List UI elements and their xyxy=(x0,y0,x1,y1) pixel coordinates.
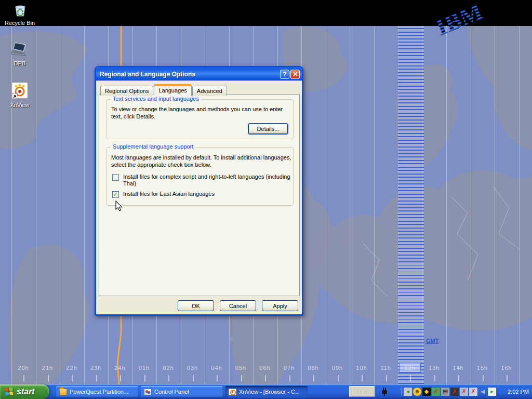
groupbox-text: To view or change the languages and meth… xyxy=(111,105,292,120)
taskbar-item-label: PowerQuest Partition... xyxy=(70,389,128,395)
help-button[interactable]: ? xyxy=(280,70,289,79)
tick-mark xyxy=(410,375,411,381)
hour-label: 14h xyxy=(447,365,469,371)
warning-diamond-icon[interactable]: ◆ xyxy=(422,388,431,396)
taskbar: start PowerQuest Partition...Control Pan… xyxy=(0,384,532,399)
timezone-gridline xyxy=(374,26,375,384)
tick-mark xyxy=(168,375,169,381)
tick-mark xyxy=(313,375,314,381)
print-spooler-icon[interactable]: ▤ xyxy=(441,388,449,396)
taskbar-clock[interactable]: 2:02 PM xyxy=(508,384,529,399)
video-disabled-icon[interactable]: ✗ xyxy=(450,388,459,396)
apply-button[interactable]: Apply xyxy=(262,300,298,311)
desktop-icon-label: Recycle Bin xyxy=(0,20,39,26)
details-button[interactable]: Details... xyxy=(248,124,288,134)
tick-mark xyxy=(48,375,49,381)
tick-mark xyxy=(120,375,121,381)
hour-label: 07h xyxy=(278,365,300,371)
start-label: start xyxy=(17,387,35,396)
dialog-titlebar[interactable]: Regional and Language Options ? xyxy=(96,68,302,81)
close-button[interactable] xyxy=(290,70,300,79)
tick-mark xyxy=(217,375,218,381)
tick-mark xyxy=(193,375,194,381)
hour-label: 12h xyxy=(399,363,421,373)
tab-languages[interactable]: Languages xyxy=(154,84,191,96)
laptop-icon xyxy=(10,42,30,58)
desktop-icon-dpb[interactable]: DPB xyxy=(0,42,39,66)
hour-label: 13h xyxy=(423,365,445,371)
checkbox-row: Install files for complex script and rig… xyxy=(112,174,297,187)
timezone-gridline xyxy=(471,26,471,384)
ok-button[interactable]: OK xyxy=(178,300,214,311)
languages-tab-panel: Text services and input languages To vie… xyxy=(99,94,300,296)
tick-mark xyxy=(434,375,435,381)
network-offline-icon[interactable]: ✗ xyxy=(460,388,468,396)
timezone-gridline xyxy=(446,26,447,384)
supplemental-language-groupbox: Supplemental language support Most langu… xyxy=(106,147,294,206)
hour-label: 16h xyxy=(496,365,517,371)
tick-mark xyxy=(338,375,339,381)
messenger-face-icon[interactable]: ☻ xyxy=(413,388,421,396)
windows-flag-icon xyxy=(5,387,14,396)
cancel-button[interactable]: Cancel xyxy=(220,300,256,311)
control-panel-icon xyxy=(144,389,152,395)
hour-label: 01h xyxy=(134,365,155,371)
tick-mark xyxy=(507,375,508,381)
timezone-gridline xyxy=(60,26,60,384)
tick-mark xyxy=(458,375,459,381)
timezone-gridline xyxy=(519,26,520,384)
hour-label: 10h xyxy=(351,365,373,371)
groupbox-caption: Supplemental language support xyxy=(111,143,195,150)
desktop-icon-label: XnView xyxy=(0,102,39,108)
volume-icon[interactable]: ◀ xyxy=(478,388,487,396)
start-button[interactable]: start xyxy=(0,384,49,399)
recycle-bin-icon xyxy=(11,2,28,18)
dialog-body: Regional OptionsLanguagesAdvanced Text s… xyxy=(96,81,302,314)
svg-text:IBM: IBM xyxy=(432,0,486,36)
checkbox-1-unchecked[interactable] xyxy=(112,174,119,181)
tab-advanced[interactable]: Advanced xyxy=(192,86,227,96)
hour-label: 08h xyxy=(302,365,324,371)
contacts-offline-icon[interactable]: ✗ xyxy=(432,388,440,396)
ibm-logo: IBM xyxy=(426,0,504,36)
taskbar-item-control-panel[interactable]: Control Panel xyxy=(141,386,223,397)
tab-strip: Regional OptionsLanguagesAdvanced xyxy=(100,84,228,96)
timezone-gridline xyxy=(36,26,36,384)
tab-regional-options[interactable]: Regional Options xyxy=(100,86,153,96)
checkbox-row: ✓Install files for East Asian languages xyxy=(112,191,297,198)
close-icon xyxy=(293,72,298,76)
deskband-toolbar[interactable]: ---- xyxy=(349,386,375,397)
checkbox-label: Install files for East Asian languages xyxy=(123,191,297,197)
desktop-icon-xnview[interactable]: XnView xyxy=(0,82,39,108)
power-plug-icon[interactable] xyxy=(380,387,389,396)
folder-icon xyxy=(59,389,67,395)
xnview-icon xyxy=(229,389,236,395)
tick-mark xyxy=(72,375,73,381)
checkbox-label: Install files for complex script and rig… xyxy=(123,174,297,187)
taskbar-item-xnview[interactable]: XnView - [Browser - C... xyxy=(225,386,308,397)
timezone-gridline xyxy=(326,26,326,384)
hour-label: 09h xyxy=(327,365,349,371)
ime-layout-icon[interactable]: ▸ xyxy=(488,388,496,396)
text-services-groupbox: Text services and input languages To vie… xyxy=(106,99,294,139)
groupbox-text: Most languages are installed by default.… xyxy=(111,154,292,168)
hour-label: 05h xyxy=(230,365,252,371)
timezone-gridline xyxy=(11,26,12,384)
tick-mark xyxy=(265,375,266,381)
hour-label: 11h xyxy=(375,365,397,371)
gmt-stripe-band xyxy=(398,26,424,384)
groupbox-caption: Text services and input languages xyxy=(111,96,201,102)
taskbar-item-label: Control Panel xyxy=(154,389,189,395)
system-tray: ◂☻◆✗▤✗✗✗◀▸ xyxy=(401,388,496,396)
removable-hardware-icon[interactable]: ◂ xyxy=(404,388,412,396)
checkbox-2-checked[interactable]: ✓ xyxy=(112,191,119,198)
regional-language-options-dialog: Regional and Language Options ? Regional… xyxy=(95,66,303,316)
gmt-label: GMT xyxy=(426,338,438,344)
taskbar-item-folder[interactable]: PowerQuest Partition... xyxy=(56,386,138,397)
hour-label: 24h xyxy=(109,365,131,371)
tick-mark xyxy=(241,375,242,381)
desktop-icon-recycle-bin[interactable]: Recycle Bin xyxy=(0,2,39,26)
remote-display-muted-icon[interactable]: ✗ xyxy=(469,388,477,396)
desktop: 20h21h22h23h24h01h02h03h04h05h06h07h08h0… xyxy=(0,0,532,399)
tick-mark xyxy=(23,375,24,381)
